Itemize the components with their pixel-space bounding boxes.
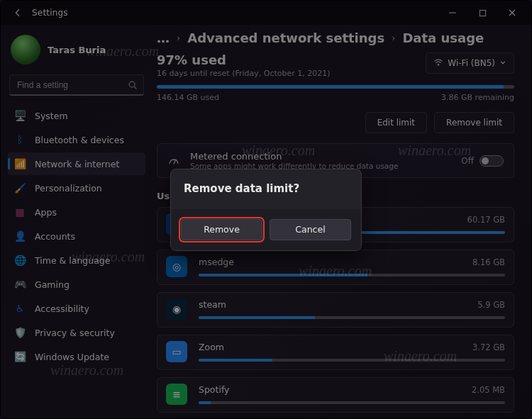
dialog-remove-button[interactable]: Remove [181, 219, 262, 240]
dialog-title: Remove data limit? [171, 169, 361, 209]
modal-overlay: Remove data limit? Remove Cancel [1, 1, 531, 418]
dialog-cancel-button[interactable]: Cancel [270, 219, 351, 240]
remove-limit-dialog: Remove data limit? Remove Cancel [170, 169, 362, 251]
